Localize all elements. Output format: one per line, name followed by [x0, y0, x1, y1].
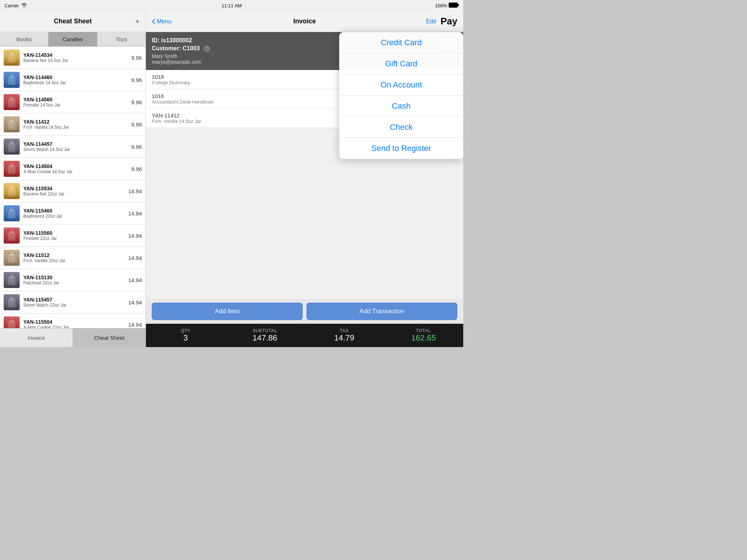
product-row[interactable]: YAN-115534 Banana Nut 22oz Jar 14.94 — [0, 180, 146, 202]
dropdown-item-send-to-register[interactable]: Send to Register — [339, 138, 463, 159]
product-row[interactable]: YAN-114560 Fireside 14.5oz Jar 9.96 — [0, 91, 146, 113]
footer-tax-label: TAX — [340, 328, 349, 333]
nav-back-label: Menu — [157, 18, 171, 25]
product-info: YAN-115504 X-Mas Cookie 22oz Jar — [23, 319, 128, 328]
product-info: YAN-114457 Storm Watch 14.5oz Jar — [23, 141, 131, 152]
invoice-footer: QTY 3 SUBTOTAL 147.86 TAX 14.79 TOTAL 16… — [146, 324, 463, 347]
product-thumb — [4, 272, 20, 288]
nav-pay-button[interactable]: Pay — [441, 16, 457, 27]
invoice-id: is13000002 — [161, 37, 192, 43]
battery-label: 100% — [435, 3, 447, 8]
product-info: YAN-114460 Baybreeze 14.5oz Jar — [23, 74, 131, 85]
product-row[interactable]: YAN-11512 Frch. Vanilla 22oz Jar 14.94 — [0, 247, 146, 269]
status-time: 11:11 AM — [222, 3, 242, 8]
svg-rect-39 — [9, 320, 14, 322]
tab-books[interactable]: Books — [0, 32, 49, 46]
bottom-tab-invoice[interactable]: Invoice — [0, 328, 73, 347]
add-item-button[interactable]: Add Item — [152, 303, 303, 320]
product-name: Baybreeze 14.5oz Jar — [23, 80, 131, 85]
product-info: YAN-115560 Fireside 22oz Jar — [23, 230, 128, 241]
product-row[interactable]: YAN-115460 Baybreeze 22oz Jar 14.94 — [0, 202, 146, 225]
product-sku: YAN-115504 — [23, 319, 128, 325]
bottom-tab-cheatsheet[interactable]: Cheat Sheet — [73, 328, 146, 347]
invoice-customer-name: Mary Smith — [152, 53, 210, 59]
nav-right: Edit Pay — [426, 16, 457, 27]
product-row[interactable]: YAN-115457 Storm Watch 22oz Jar 14.94 — [0, 291, 146, 314]
svg-rect-38 — [8, 322, 15, 328]
svg-rect-9 — [9, 98, 14, 100]
product-name: X-Mas Cookie 14.5oz Jar — [23, 169, 131, 174]
product-sku: YAN-115457 — [23, 297, 128, 303]
bottom-tab-bar: Invoice Cheat Sheet — [0, 328, 146, 347]
svg-rect-26 — [8, 233, 15, 241]
product-name: Storm Watch 14.5oz Jar — [23, 147, 131, 152]
battery-icon — [449, 3, 459, 9]
footer-qty-label: QTY — [181, 328, 190, 333]
dropdown-item-gift-card[interactable]: Gift Card — [339, 53, 463, 74]
product-name: Baybreeze 22oz Jar — [23, 214, 128, 219]
product-price: 9.96 — [131, 166, 142, 172]
product-price: 9.96 — [131, 55, 142, 61]
product-sku: YAN-114457 — [23, 141, 131, 147]
dropdown-item-cash[interactable]: Cash — [339, 96, 463, 117]
product-price: 14.94 — [128, 322, 142, 328]
product-row[interactable]: YAN-115560 Fireside 22oz Jar 14.94 — [0, 225, 146, 247]
info-icon[interactable]: ⓘ — [204, 46, 210, 52]
dropdown-item-check[interactable]: Check — [339, 117, 463, 138]
app-container: Cheat Sheet + Books Candles Toys — [0, 11, 463, 347]
invoice-nav-title: Invoice — [293, 18, 316, 25]
tab-bar: Books Candles Toys — [0, 32, 146, 47]
product-price: 9.96 — [131, 77, 142, 83]
product-info: YAN-115534 Banana Nut 22oz Jar — [23, 186, 128, 197]
product-row[interactable]: YAN-114457 Storm Watch 14.5oz Jar 9.96 — [0, 136, 146, 158]
product-name: Frch. Vanilla 14.5oz Jar — [23, 125, 131, 130]
footer-total-label: TOTAL — [416, 328, 431, 333]
product-name: Patchouli 22oz Jar — [23, 280, 128, 285]
product-row[interactable]: YAN-115130 Patchouli 22oz Jar 14.94 — [0, 269, 146, 291]
carrier-label: Carrier — [4, 3, 19, 8]
left-panel: Cheat Sheet + Books Candles Toys — [0, 11, 146, 347]
left-header: Cheat Sheet + — [0, 11, 146, 32]
product-name: Banana Nut 14.5oz Jar — [23, 58, 131, 63]
add-transaction-button[interactable]: Add Transaction — [306, 303, 457, 320]
product-sku: YAN-114460 — [23, 74, 131, 80]
nav-edit-button[interactable]: Edit — [426, 18, 436, 25]
footer-tax: TAX 14.79 — [305, 328, 384, 343]
svg-rect-15 — [9, 142, 14, 144]
svg-rect-20 — [8, 188, 15, 196]
svg-rect-32 — [8, 277, 15, 285]
product-row[interactable]: YAN-115504 X-Mas Cookie 22oz Jar 14.94 — [0, 314, 146, 328]
product-row[interactable]: YAN-114460 Baybreeze 14.5oz Jar 9.96 — [0, 69, 146, 91]
tab-toys[interactable]: Toys — [97, 32, 146, 46]
product-thumb — [4, 94, 20, 110]
product-sku: YAN-115534 — [23, 186, 128, 191]
product-row[interactable]: YAN-114504 X-Mas Cookie 14.5oz Jar 9.96 — [0, 158, 146, 180]
status-right: 100% — [435, 3, 459, 9]
product-name: X-Mas Cookie 22oz Jar — [23, 325, 128, 328]
tab-candles[interactable]: Candles — [49, 32, 97, 46]
product-sku: YAN-115460 — [23, 208, 128, 214]
product-sku: YAN-115560 — [23, 230, 128, 236]
svg-rect-14 — [8, 144, 15, 152]
invoice-nav: Menu Invoice Edit Pay — [146, 11, 463, 32]
product-info: YAN-11412 Frch. Vanilla 14.5oz Jar — [23, 119, 131, 130]
product-price: 14.94 — [128, 255, 142, 261]
add-plus-button[interactable]: + — [135, 17, 140, 26]
invoice-id-row: ID: is13000002 — [152, 37, 210, 44]
invoice-customer-email: marys@example.com — [152, 59, 210, 65]
product-thumb — [4, 139, 20, 155]
svg-rect-3 — [9, 53, 14, 55]
nav-back-button[interactable]: Menu — [152, 18, 171, 25]
dropdown-item-on-account[interactable]: On Account — [339, 74, 463, 96]
product-info: YAN-115460 Baybreeze 22oz Jar — [23, 208, 128, 219]
svg-rect-21 — [9, 187, 14, 188]
dropdown-item-credit-card[interactable]: Credit Card — [339, 32, 463, 53]
footer-qty-value: 3 — [183, 333, 188, 343]
product-name: Storm Watch 22oz Jar — [23, 303, 128, 308]
svg-rect-5 — [8, 77, 15, 85]
product-row[interactable]: YAN-11412 Frch. Vanilla 14.5oz Jar 9.96 — [0, 113, 146, 136]
product-sku: YAN-114534 — [23, 52, 131, 58]
product-info: YAN-114560 Fireside 14.5oz Jar — [23, 97, 131, 108]
product-row[interactable]: YAN-114534 Banana Nut 14.5oz Jar 9.96 — [0, 47, 146, 69]
svg-rect-0 — [449, 3, 458, 7]
